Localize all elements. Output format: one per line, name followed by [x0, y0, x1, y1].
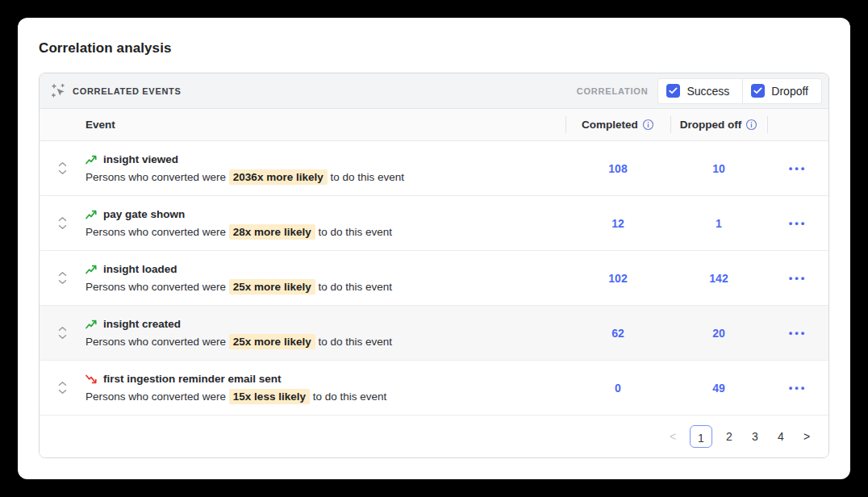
- correlated-events-table: CORRELATED EVENTS CORRELATION Success: [39, 73, 829, 458]
- event-name: insight viewed: [103, 153, 178, 165]
- trend-icon: [86, 320, 98, 329]
- desc-suffix: to do this event: [315, 281, 392, 293]
- desc-suffix: to do this event: [310, 390, 386, 403]
- table-row: insight created Persons who converted we…: [40, 306, 828, 361]
- likelihood-highlight: 15x less likely: [229, 389, 310, 404]
- event-description: Persons who converted were 25x more like…: [86, 336, 565, 348]
- desc-suffix: to do this event: [315, 336, 392, 348]
- info-icon[interactable]: [745, 119, 757, 131]
- row-expand-cell: [40, 271, 86, 285]
- row-expand-cell: [40, 326, 86, 340]
- trend-icon: [86, 374, 98, 384]
- column-header-actions: [767, 109, 828, 140]
- desc-prefix: Persons who converted were: [86, 226, 229, 238]
- pagination-page-3[interactable]: 3: [746, 428, 764, 445]
- column-header-dropped-off-label: Dropped off: [680, 119, 742, 131]
- row-event-cell: insight created Persons who converted we…: [86, 318, 565, 348]
- event-description: Persons who converted were 15x less like…: [86, 390, 565, 403]
- row-expand-cell: [40, 216, 86, 230]
- table-row: insight loaded Persons who converted wer…: [40, 251, 828, 306]
- row-more-button[interactable]: •••: [786, 269, 811, 287]
- row-dropped-cell: 142: [670, 271, 767, 286]
- event-name: pay gate shown: [103, 208, 185, 220]
- correlation-analysis-card: Correlation analysis CORRELATED EVENTS C…: [18, 18, 850, 479]
- likelihood-highlight: 28x more likely: [229, 224, 315, 240]
- dropped-count[interactable]: 142: [709, 272, 728, 285]
- event-description: Persons who converted were 25x more like…: [86, 281, 565, 293]
- row-more-button[interactable]: •••: [786, 324, 811, 342]
- row-actions-cell: •••: [767, 269, 828, 287]
- sort-down-button[interactable]: [58, 389, 67, 395]
- sort-down-button[interactable]: [58, 334, 67, 340]
- dropped-count[interactable]: 1: [716, 217, 722, 230]
- row-event-cell: insight loaded Persons who converted wer…: [86, 263, 565, 293]
- event-description: Persons who converted were 2036x more li…: [86, 171, 565, 183]
- sort-down-button[interactable]: [58, 169, 67, 175]
- row-more-button[interactable]: •••: [786, 159, 811, 178]
- sort-up-button[interactable]: [58, 381, 67, 386]
- trend-icon: [86, 210, 98, 219]
- column-header-event: Event: [86, 119, 565, 131]
- pagination-page-1[interactable]: 1: [690, 425, 712, 448]
- column-header-dropped-off: Dropped off: [670, 109, 767, 140]
- pagination-prev-button[interactable]: <: [664, 428, 682, 445]
- row-event-cell: first ingestion reminder email sent Pers…: [86, 373, 565, 403]
- info-icon[interactable]: [642, 119, 654, 131]
- sort-up-button[interactable]: [58, 161, 67, 167]
- table-footer: < 1 2 3 4 >: [40, 416, 828, 457]
- row-actions-cell: •••: [767, 378, 828, 397]
- table-row: first ingestion reminder email sent Pers…: [40, 361, 828, 416]
- desc-suffix: to do this event: [315, 226, 392, 238]
- table-title: CORRELATED EVENTS: [73, 86, 182, 96]
- completed-count[interactable]: 102: [608, 272, 627, 285]
- likelihood-highlight: 25x more likely: [229, 279, 315, 294]
- desc-prefix: Persons who converted were: [86, 390, 229, 403]
- pagination-page-2[interactable]: 2: [720, 428, 738, 445]
- completed-count[interactable]: 0: [615, 382, 621, 395]
- sort-up-button[interactable]: [58, 326, 67, 332]
- row-more-button[interactable]: •••: [786, 214, 811, 232]
- completed-count[interactable]: 108: [608, 162, 627, 175]
- dropped-count[interactable]: 10: [712, 162, 725, 175]
- table-rows: insight viewed Persons who converted wer…: [40, 141, 828, 416]
- table-row: pay gate shown Persons who converted wer…: [40, 196, 828, 251]
- dropped-count[interactable]: 20: [712, 327, 725, 340]
- completed-count[interactable]: 12: [611, 217, 624, 230]
- table-row: insight viewed Persons who converted wer…: [40, 141, 828, 196]
- row-expand-cell: [40, 381, 86, 395]
- completed-count[interactable]: 62: [611, 327, 624, 340]
- likelihood-highlight: 25x more likely: [229, 334, 315, 349]
- event-name: insight created: [103, 318, 181, 330]
- row-completed-cell: 62: [565, 326, 670, 340]
- row-actions-cell: •••: [767, 159, 828, 178]
- row-completed-cell: 108: [565, 161, 670, 176]
- row-actions-cell: •••: [767, 214, 828, 232]
- sort-down-button[interactable]: [58, 279, 67, 285]
- desc-suffix: to do this event: [328, 171, 404, 183]
- event-description: Persons who converted were 28x more like…: [86, 226, 565, 238]
- row-more-button[interactable]: •••: [786, 378, 811, 397]
- trend-icon: [86, 265, 98, 274]
- page-title: Correlation analysis: [39, 40, 829, 56]
- likelihood-highlight: 2036x more likely: [229, 169, 328, 185]
- sort-up-button[interactable]: [58, 271, 67, 277]
- row-completed-cell: 102: [565, 271, 670, 286]
- sort-down-button[interactable]: [58, 224, 67, 230]
- desc-prefix: Persons who converted were: [86, 336, 229, 348]
- row-completed-cell: 12: [565, 216, 670, 231]
- pagination-next-button[interactable]: >: [798, 428, 816, 445]
- row-event-cell: pay gate shown Persons who converted wer…: [86, 208, 565, 238]
- row-expand-cell: [40, 161, 86, 175]
- dropped-count[interactable]: 49: [712, 382, 725, 395]
- row-actions-cell: •••: [767, 324, 828, 342]
- row-dropped-cell: 10: [670, 161, 767, 176]
- pagination-page-4[interactable]: 4: [772, 428, 790, 445]
- desc-prefix: Persons who converted were: [86, 281, 229, 293]
- filter-success-checkbox[interactable]: Success: [657, 78, 743, 104]
- sort-up-button[interactable]: [58, 216, 67, 222]
- table-header-bar: CORRELATED EVENTS CORRELATION Success: [40, 73, 828, 109]
- filter-dropoff-checkbox[interactable]: Dropoff: [742, 78, 822, 104]
- checkbox-checked-icon: [666, 84, 680, 98]
- event-name: insight loaded: [103, 263, 177, 275]
- event-name: first ingestion reminder email sent: [103, 373, 282, 385]
